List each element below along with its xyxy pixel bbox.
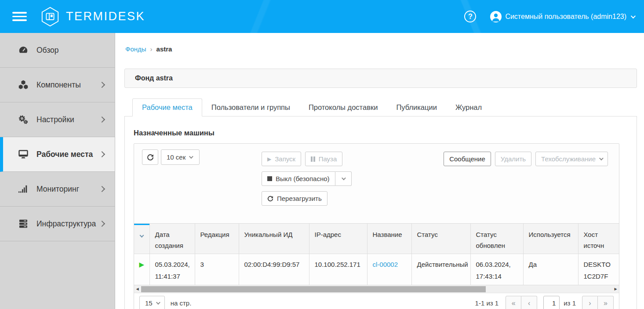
pause-icon — [311, 156, 315, 162]
pause-label: Пауза — [319, 155, 337, 163]
chevron-right-icon — [99, 116, 105, 123]
column-header-host-source[interactable]: Хост источн — [578, 224, 619, 254]
column-header-unique-id[interactable]: Уникальный ИД — [239, 224, 309, 254]
reboot-button[interactable]: Перезагрузить — [262, 191, 327, 206]
maintenance-select[interactable]: Техобслуживание — [535, 152, 608, 166]
card-title: Фонд astra — [124, 69, 637, 88]
first-page-button[interactable]: « — [506, 296, 521, 309]
toolbar: 10 сек ▶ Запуск Пауза — [134, 144, 619, 223]
start-button[interactable]: ▶ Запуск — [262, 152, 301, 166]
help-glyph: ? — [468, 13, 473, 21]
refresh-button[interactable] — [142, 149, 158, 165]
tab-publications[interactable]: Публикации — [387, 98, 446, 116]
table-row: ▶ 05.03.2024, 11:41:37 3 02:00:D4:99:D9:… — [134, 254, 619, 285]
sidebar-item-overview[interactable]: Обзор — [0, 33, 115, 68]
column-header-in-use[interactable]: Используется — [523, 224, 578, 254]
column-header-status[interactable]: Статус — [411, 224, 470, 254]
tab-journal[interactable]: Журнал — [446, 98, 491, 116]
scroll-left-arrow-icon[interactable]: ◀ — [134, 285, 141, 293]
sidebar: Обзор Компоненты Настройки — [0, 33, 115, 309]
chevron-down-icon — [631, 13, 636, 18]
page-size-select[interactable]: 15 — [139, 296, 165, 309]
sidebar-item-settings[interactable]: Настройки — [0, 102, 115, 137]
chevron-down-icon — [189, 154, 193, 159]
hamburger-menu-icon[interactable] — [12, 10, 27, 23]
server-icon — [17, 218, 30, 229]
last-page-button[interactable]: » — [598, 296, 614, 309]
gears-icon — [17, 114, 30, 125]
sidebar-item-label: Обзор — [36, 46, 59, 55]
select-column-header[interactable] — [134, 224, 149, 254]
start-label: Запуск — [275, 155, 295, 163]
sidebar-item-label: Рабочие места — [36, 150, 93, 159]
user-menu[interactable]: Системный пользователь (admin123) — [490, 11, 634, 22]
per-page-label: на стр. — [171, 299, 192, 307]
chevron-right-icon — [99, 221, 105, 227]
scrollbar-thumb[interactable] — [141, 286, 486, 292]
refresh-icon — [267, 196, 273, 202]
refresh-icon — [147, 154, 154, 161]
power-off-label: Выкл (безопасно) — [276, 175, 330, 182]
message-button[interactable]: Сообщение — [444, 152, 491, 166]
sidebar-item-workplaces[interactable]: Рабочие места — [0, 137, 115, 172]
sidebar-item-monitoring[interactable]: Мониторинг — [0, 172, 115, 207]
sidebar-item-components[interactable]: Компоненты — [0, 68, 115, 102]
tab-strip: Рабочие места Пользователи и группы Прот… — [124, 98, 637, 116]
user-name: Системный пользователь (admin123) — [505, 13, 626, 21]
refresh-interval-select[interactable]: 10 сек — [161, 149, 200, 165]
next-page-button[interactable]: › — [582, 296, 598, 309]
termidesk-logo-icon — [40, 7, 60, 27]
breadcrumb-link-funds[interactable]: Фонды — [125, 45, 146, 53]
tab-workplaces[interactable]: Рабочие места — [132, 98, 202, 116]
column-header-name[interactable]: Название — [367, 224, 411, 254]
column-header-revision[interactable]: Редакция — [195, 224, 239, 254]
machines-table: Дата создания Редакция Уникальный ИД IP-… — [134, 224, 619, 285]
prev-page-button[interactable]: ‹ — [521, 296, 537, 309]
chevron-right-icon — [99, 82, 105, 88]
user-avatar-icon — [490, 11, 502, 22]
help-icon[interactable]: ? — [464, 11, 476, 22]
tabs-container: Рабочие места Пользователи и группы Прот… — [124, 98, 637, 309]
tab-delivery-protocols[interactable]: Протоколы доставки — [299, 98, 387, 116]
running-state-icon: ▶ — [139, 261, 144, 268]
power-off-button[interactable]: Выкл (безопасно) — [262, 171, 335, 186]
tab-users-groups[interactable]: Пользователи и группы — [202, 98, 299, 116]
page-size-value: 15 — [145, 299, 153, 307]
sidebar-item-label: Настройки — [36, 115, 74, 124]
maintenance-label: Техобслуживание — [541, 155, 596, 163]
sidebar-item-infrastructure[interactable]: Инфраструктура — [0, 207, 115, 241]
main-content: Фонды › astra Фонд astra Рабочие места П… — [116, 33, 644, 309]
power-off-dropdown-button[interactable] — [335, 171, 352, 186]
row-name-cell: cl-00002 — [367, 254, 411, 285]
row-ip-cell: 10.100.252.171 — [309, 254, 367, 285]
play-icon: ▶ — [267, 156, 271, 162]
row-status-cell: Действительный — [411, 254, 470, 285]
machines-table-container: Дата создания Редакция Уникальный ИД IP-… — [134, 223, 619, 285]
row-state-cell: ▶ — [134, 254, 149, 285]
signal-bars-icon — [17, 184, 30, 194]
column-header-ip[interactable]: IP-адрес — [309, 224, 367, 254]
row-in-use-cell: Да — [523, 254, 578, 285]
stop-icon — [267, 176, 272, 181]
column-header-status-updated[interactable]: Статус обновлен — [470, 224, 523, 254]
chevron-right-icon — [99, 186, 105, 192]
of-pages-label: из 1 — [564, 299, 576, 307]
sidebar-item-label: Инфраструктура — [36, 219, 96, 229]
row-status-updated-cell: 06.03.2024, 17:43:14 — [470, 254, 523, 285]
sidebar-item-label: Мониторинг — [36, 185, 79, 194]
topbar: TERMIDESK ? Системный пользователь (admi… — [0, 0, 644, 33]
pause-button[interactable]: Пауза — [305, 152, 342, 166]
scroll-right-arrow-icon[interactable]: ▶ — [612, 285, 619, 293]
delete-button[interactable]: Удалить — [495, 152, 531, 166]
row-host-source-cell: DESKTO 1C2D7F — [578, 254, 619, 285]
table-footer: 15 на стр. 1-1 из 1 « ‹ из 1 › » — [134, 293, 619, 309]
chevron-down-icon — [139, 233, 144, 238]
breadcrumb: Фонды › astra — [116, 33, 644, 53]
column-header-created[interactable]: Дата создания — [149, 224, 195, 254]
machine-link[interactable]: cl-00002 — [373, 261, 398, 268]
page-number-input[interactable] — [543, 296, 560, 309]
chevron-down-icon — [342, 176, 346, 180]
chevron-down-icon — [599, 156, 604, 160]
row-unique-id-cell: 02:00:D4:99:D9:57 — [239, 254, 309, 285]
horizontal-scrollbar[interactable]: ◀ ▶ — [134, 285, 619, 293]
